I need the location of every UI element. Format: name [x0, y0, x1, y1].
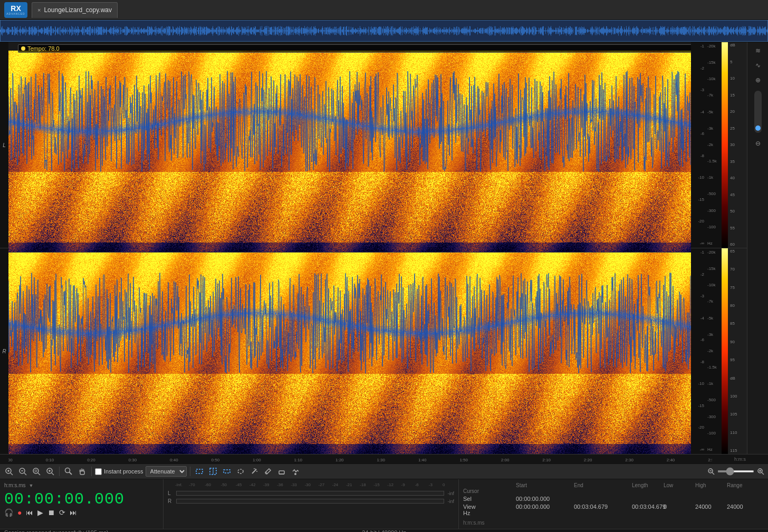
time-tick-8: 1:20	[335, 458, 344, 462]
tempo-badge: Tempo: 78.0	[18, 44, 691, 53]
vu-L-value: -inf	[447, 491, 454, 496]
lasso-tool-btn[interactable]	[235, 466, 246, 477]
h-zoom-in-btn[interactable]	[756, 467, 765, 476]
zoom-slider-vertical[interactable]	[754, 91, 762, 133]
h-zoom-slider[interactable]	[717, 470, 754, 472]
svg-rect-30	[279, 471, 284, 474]
toolbar-separator-1	[59, 467, 60, 476]
loop-btn[interactable]: ⟳	[59, 508, 65, 517]
brush-tool-btn[interactable]	[262, 466, 274, 477]
time-ruler-main: 0:000:100:200:300:400:501:001:101:201:30…	[8, 454, 712, 463]
svg-line-15	[70, 472, 72, 475]
zoom-thumb	[755, 125, 761, 131]
time-format-label[interactable]: h:m:s.ms	[4, 482, 26, 488]
time-tick-13: 2:10	[542, 458, 551, 462]
magnify-icon	[64, 467, 73, 476]
spectrum-view-btn[interactable]: ≋	[752, 44, 764, 57]
extra-icons: ≋ ∿ ⊕ ⊖	[750, 42, 766, 152]
channel-R-spectrogram[interactable]	[8, 253, 691, 454]
db-scale-column: -1 -2 -3 -4 -6 -8 -10 -15 -20 -∞ -1 -2 -…	[691, 42, 706, 454]
instant-process-checkbox[interactable]	[95, 468, 102, 475]
zoom-out-btn[interactable]	[17, 466, 28, 477]
tab-close-icon[interactable]: ×	[37, 7, 41, 13]
svg-point-32	[294, 473, 296, 475]
h-zoom-out-btn[interactable]	[707, 467, 715, 476]
extra-right-panel: ≋ ∿ ⊕ ⊖	[747, 42, 768, 454]
time-tick-15: 2:30	[625, 458, 633, 462]
vu-R-meter	[176, 499, 444, 504]
scrub-tool-btn[interactable]	[290, 466, 301, 477]
rewind-btn[interactable]: ⏮	[26, 508, 33, 517]
magic-wand-tool-btn[interactable]	[248, 466, 260, 477]
vu-row-R: R -inf	[168, 498, 454, 504]
stop-btn[interactable]: ⏹	[47, 508, 55, 517]
waveform-view-btn[interactable]: ∿	[752, 59, 764, 72]
transport-controls: 🎧 ● ⏮ ▶ ⏹ ⟳ ⏭	[4, 508, 159, 517]
tempo-label: Tempo: 78.0	[27, 45, 60, 52]
spectrogram-R-canvas	[8, 253, 691, 454]
time-tick-0: 0:00	[8, 458, 13, 462]
svg-point-7	[33, 468, 39, 473]
magnify-tool-btn[interactable]	[63, 466, 74, 477]
zoom-out-vertical-btn[interactable]: ⊖	[752, 137, 764, 150]
time-ruler: 0:000:100:200:300:400:501:001:101:201:30…	[0, 454, 768, 463]
left-channel-L-label: L	[0, 42, 8, 248]
main-view: L R Tempo: 78.0	[0, 42, 768, 479]
instant-process-container[interactable]: Instant process	[95, 468, 143, 475]
rx-logo[interactable]: RX ADVANCED	[4, 2, 27, 18]
time-tick-16: 2:40	[667, 458, 675, 462]
toolbar-separator-3	[190, 467, 190, 476]
info-header-end: End	[574, 482, 632, 488]
sel-start: 00:00:00.000	[516, 496, 574, 502]
svg-line-5	[24, 473, 26, 475]
svg-line-28	[255, 469, 256, 469]
eraser-tool-btn[interactable]	[276, 466, 287, 477]
file-tab[interactable]: × LoungeLizard_copy.wav	[32, 2, 118, 18]
big-right-ruler: dB 5 10 15 20 25 30 35 40 45 50 55 60 65…	[728, 42, 747, 454]
time-tick-2: 0:20	[87, 458, 95, 462]
svg-point-14	[65, 468, 70, 473]
playback-section: h:m:s.ms ▼ 00:00:00.000 🎧 ● ⏮ ▶ ⏹ ⟳ ⏭	[0, 479, 164, 529]
bottom-main: h:m:s.ms ▼ 00:00:00.000 🎧 ● ⏮ ▶ ⏹ ⟳ ⏭ -I…	[0, 479, 768, 529]
view-start: 00:00:00.000	[516, 504, 574, 510]
channel-L-spectrogram[interactable]	[8, 51, 691, 253]
hz-scale-upper: -20k -15k -10k -7k -5k -3k -2k -1.5k -1k…	[706, 42, 722, 248]
headphone-btn[interactable]: 🎧	[4, 508, 13, 517]
svg-rect-20	[196, 469, 203, 473]
spectrogram-section: L R Tempo: 78.0	[0, 42, 768, 454]
sel-high	[695, 496, 727, 502]
session-status-bar: Session reopened successfully (195 ms) 2…	[0, 529, 768, 532]
left-channel-labels: L R	[0, 42, 8, 454]
zoom-sel-btn[interactable]	[44, 466, 56, 477]
skip-end-btn[interactable]: ⏭	[70, 508, 77, 517]
time-select-tool-btn[interactable]	[207, 466, 219, 477]
toolbar: Instant process Attenuate	[0, 463, 768, 479]
hand-tool-btn[interactable]	[76, 466, 88, 477]
time-format-arrow[interactable]: ▼	[29, 483, 34, 488]
zoom-fit-icon	[32, 467, 41, 476]
play-btn[interactable]: ▶	[37, 508, 43, 517]
info-time-format: h:m:s.ms	[463, 520, 764, 526]
instant-process-label: Instant process	[104, 468, 143, 475]
zoom-in-vertical-btn[interactable]: ⊕	[752, 74, 764, 86]
zoom-in-btn[interactable]	[3, 466, 15, 477]
sel-end	[574, 496, 632, 502]
bit-rate-display: 24-bit | 48000 Hz	[362, 529, 406, 532]
vu-R-label: R	[168, 498, 173, 504]
time-tick-10: 1:40	[418, 458, 427, 462]
svg-line-8	[38, 473, 40, 475]
rx-logo-text: RX	[11, 5, 21, 12]
sel-low	[664, 496, 695, 502]
view-label: View	[463, 504, 516, 510]
freq-select-tool-btn[interactable]	[221, 466, 233, 477]
record-btn[interactable]: ●	[17, 508, 22, 517]
time-ruler-spacer	[0, 454, 8, 463]
zoom-fit-btn[interactable]	[31, 466, 42, 477]
rect-select-tool-btn[interactable]	[194, 466, 205, 477]
time-tick-5: 0:50	[212, 458, 220, 462]
svg-line-37	[762, 472, 764, 475]
toolbar-separator-2	[91, 467, 92, 476]
tab-filename: LoungeLizard_copy.wav	[44, 6, 112, 14]
time-tick-11: 1:50	[459, 458, 468, 462]
attenuate-select[interactable]: Attenuate	[146, 466, 187, 477]
